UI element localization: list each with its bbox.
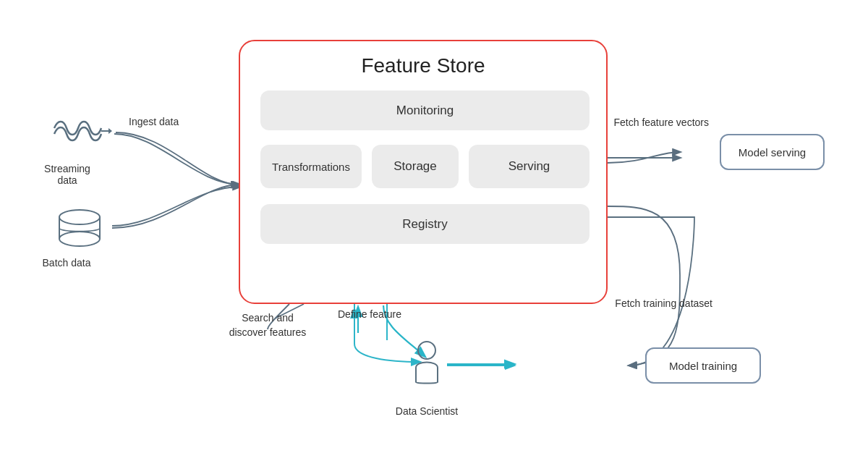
ingest-data-label: Ingest data: [129, 116, 179, 127]
batch-data-label: Batch data: [38, 257, 95, 269]
search-discover-text: Search and discover features: [229, 312, 307, 338]
svg-marker-1: [109, 128, 112, 134]
feature-store-container: Feature Store Monitoring Transformations…: [239, 40, 608, 304]
transformations-label: Transformations: [272, 161, 350, 173]
storage-label: Storage: [393, 159, 437, 174]
define-feature-text: Define feature: [338, 308, 401, 320]
registry-label: Registry: [402, 217, 447, 232]
streaming-data-icon: [51, 112, 112, 148]
storage-box: Storage: [372, 145, 459, 188]
model-training-label: Model training: [669, 360, 737, 372]
transformations-box: Transformations: [260, 145, 362, 188]
fetch-training-text: Fetch training dataset: [615, 297, 712, 309]
fetch-feature-text: Fetch feature vectors: [613, 117, 709, 128]
registry-box: Registry: [260, 204, 590, 244]
fetch-feature-label: Fetch feature vectors: [613, 116, 709, 130]
feature-store-title: Feature Store: [240, 54, 606, 77]
monitoring-box: Monitoring: [260, 90, 590, 130]
fetch-training-label: Fetch training dataset: [615, 297, 712, 311]
monitoring-label: Monitoring: [396, 104, 454, 118]
model-serving-label: Model serving: [739, 146, 806, 159]
data-scientist-icon: [409, 340, 445, 390]
svg-point-6: [418, 342, 435, 359]
data-scientist-label: Data Scientist: [383, 405, 470, 417]
svg-point-2: [59, 210, 100, 224]
model-serving-box: Model serving: [720, 134, 825, 170]
serving-box: Serving: [469, 145, 590, 188]
define-feature-label: Define feature: [338, 308, 401, 322]
model-training-box: Model training: [645, 347, 761, 384]
streaming-data-label: Streaming data: [35, 163, 100, 186]
serving-label: Serving: [509, 159, 550, 174]
search-discover-label: Search and discover features: [224, 311, 311, 339]
batch-data-icon: [54, 208, 105, 255]
svg-point-5: [59, 232, 100, 246]
